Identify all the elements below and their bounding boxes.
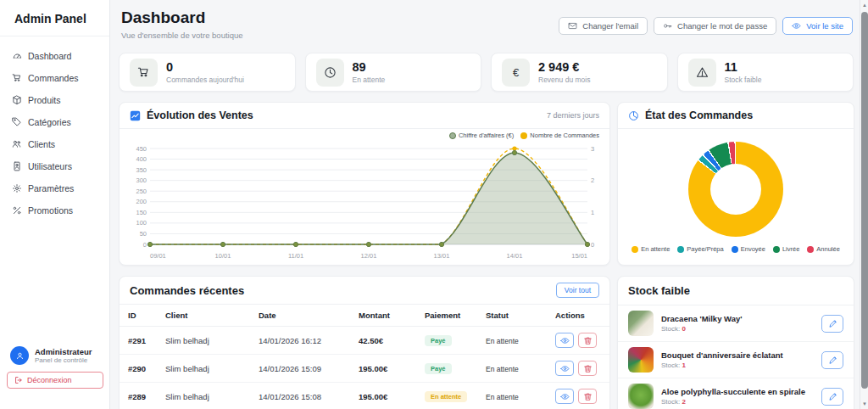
stat-label: Revenu du mois: [538, 76, 590, 84]
order-id: #291: [120, 327, 157, 355]
stat-card-orders-today: 0 Commandes aujourd'hui: [119, 53, 296, 92]
legend-label: En attente: [641, 245, 670, 253]
pie-chart-icon: [628, 110, 639, 121]
sales-chart-legend: Chiffre d'affaires (€) Nombre de Command…: [449, 132, 599, 139]
donut-hole: [710, 164, 761, 215]
sidebar-item-categories[interactable]: Catégories: [0, 111, 109, 133]
view-order-button[interactable]: [555, 389, 574, 404]
stat-value: 89: [353, 60, 386, 74]
sidebar-item-produits[interactable]: Produits: [0, 89, 109, 111]
order-client: Slim belhadj: [157, 383, 250, 409]
page-subtitle: Vue d'ensemble de votre boutique: [121, 31, 243, 40]
eye-icon: [560, 336, 570, 345]
percent-icon: [12, 205, 22, 216]
svg-text:2: 2: [591, 176, 594, 184]
product-stock: Stock: 2: [661, 398, 814, 406]
profile-role: Panel de contrôle: [35, 356, 92, 364]
stat-value: 2 949 €: [538, 60, 590, 74]
orders-table: ID Client Date Montant Paiement Statut A…: [120, 305, 610, 409]
pencil-icon: [828, 392, 837, 401]
order-amount: 195.00€: [350, 355, 416, 383]
sidebar-item-parametres[interactable]: Paramètres: [0, 177, 109, 199]
delete-order-button[interactable]: [578, 333, 597, 348]
order-status: En attente: [477, 327, 547, 355]
id-card-icon: [12, 161, 22, 171]
svg-text:1: 1: [591, 209, 594, 216]
sidebar: Admin Panel Dashboard Commandes Produits…: [0, 0, 110, 409]
order-status-card: État des Commandes En attente Payée/Prép…: [617, 102, 854, 266]
donut-wrap: [618, 129, 854, 244]
view-order-button[interactable]: [555, 333, 574, 348]
order-actions: [547, 383, 610, 409]
eye-icon: [560, 392, 570, 401]
logout-button[interactable]: Déconnexion: [7, 372, 103, 389]
sidebar-item-commandes[interactable]: Commandes: [0, 67, 109, 89]
scrollbar-thumb[interactable]: [861, 12, 868, 389]
svg-text:250: 250: [136, 188, 147, 195]
pencil-icon: [828, 319, 837, 328]
svg-text:400: 400: [136, 155, 147, 163]
order-id: #289: [120, 383, 157, 409]
clock-icon: [316, 59, 344, 87]
product-stock: Stock: 0: [661, 325, 814, 333]
sales-chart-period: 7 derniers jours: [547, 111, 599, 120]
sidebar-item-dashboard[interactable]: Dashboard: [0, 45, 109, 67]
low-stock-item: Dracaena 'Milky Way'Stock: 0: [618, 305, 854, 342]
svg-text:3: 3: [591, 145, 594, 153]
payment-badge: En attente: [425, 391, 467, 402]
recent-orders-card: Commandes récentes Voir tout ID Client D…: [119, 276, 610, 409]
people-icon: [12, 139, 22, 149]
view-order-button[interactable]: [555, 361, 574, 376]
legend-dot: [732, 246, 738, 253]
delete-order-button[interactable]: [578, 361, 597, 376]
legend-label: Envoyée: [741, 245, 765, 253]
col-date: Date: [250, 305, 350, 327]
view-all-button[interactable]: Voir tout: [556, 283, 599, 298]
scroll-down-arrow[interactable]: ▼: [861, 401, 868, 406]
orders-legend-dot: [520, 132, 527, 139]
sidebar-item-utilisateurs[interactable]: Utilisateurs: [0, 155, 109, 177]
edit-product-button[interactable]: [821, 315, 843, 333]
key-icon: [663, 21, 672, 31]
edit-product-button[interactable]: [821, 351, 843, 369]
legend-dot: [632, 246, 638, 253]
stat-card-revenue: € 2 949 € Revenu du mois: [491, 53, 668, 92]
order-date: 14/01/2026 15:09: [250, 355, 350, 383]
euro-icon: €: [502, 59, 530, 87]
trash-icon: [583, 336, 593, 345]
change-email-button[interactable]: Changer l'email: [559, 17, 648, 35]
sales-chart-body: Chiffre d'affaires (€) Nombre de Command…: [120, 129, 609, 266]
change-password-label: Changer le mot de passe: [677, 21, 767, 31]
table-row: #291Slim belhadj14/01/2026 16:1242.50€Pa…: [120, 327, 610, 355]
legend-label: Payée/Prépa: [687, 245, 723, 253]
trash-icon: [583, 364, 593, 373]
admin-dashboard: Admin Panel Dashboard Commandes Produits…: [0, 0, 868, 409]
sidebar-item-label: Commandes: [28, 73, 79, 83]
order-payment: Payé: [416, 355, 477, 383]
stat-card-low-stock: 11 Stock faible: [677, 53, 854, 92]
order-status: En attente: [477, 383, 547, 409]
edit-product-button[interactable]: [821, 388, 843, 406]
warning-icon: [688, 59, 716, 87]
product-name: Bouquet d'anniversaire éclatant: [661, 350, 814, 361]
sidebar-item-promotions[interactable]: Promotions: [0, 199, 109, 221]
low-stock-card: Stock faible Dracaena 'Milky Way'Stock: …: [617, 276, 854, 409]
low-stock-title: Stock faible: [628, 284, 690, 297]
low-stock-list: Dracaena 'Milky Way'Stock: 0Bouquet d'an…: [618, 305, 854, 409]
sidebar-item-clients[interactable]: Clients: [0, 133, 109, 155]
change-password-button[interactable]: Changer le mot de passe: [654, 17, 776, 35]
svg-text:200: 200: [136, 198, 147, 205]
sidebar-item-label: Catégories: [28, 117, 71, 127]
page-header: Dashboard Vue d'ensemble de votre boutiq…: [121, 8, 243, 40]
vertical-scrollbar[interactable]: ▲ ▼: [860, 0, 868, 409]
view-site-button[interactable]: Voir le site: [782, 17, 853, 35]
logout-label: Déconnexion: [27, 376, 72, 384]
table-row: #290Slim belhadj14/01/2026 15:09195.00€P…: [120, 355, 610, 383]
scroll-up-arrow[interactable]: ▲: [861, 3, 868, 8]
view-site-label: Voir le site: [806, 21, 843, 31]
delete-order-button[interactable]: [578, 389, 597, 404]
orders-legend-label: Nombre de Commandes: [530, 132, 599, 139]
pencil-icon: [828, 356, 837, 365]
change-email-label: Changer l'email: [582, 21, 638, 31]
order-payment: Payé: [416, 327, 477, 355]
